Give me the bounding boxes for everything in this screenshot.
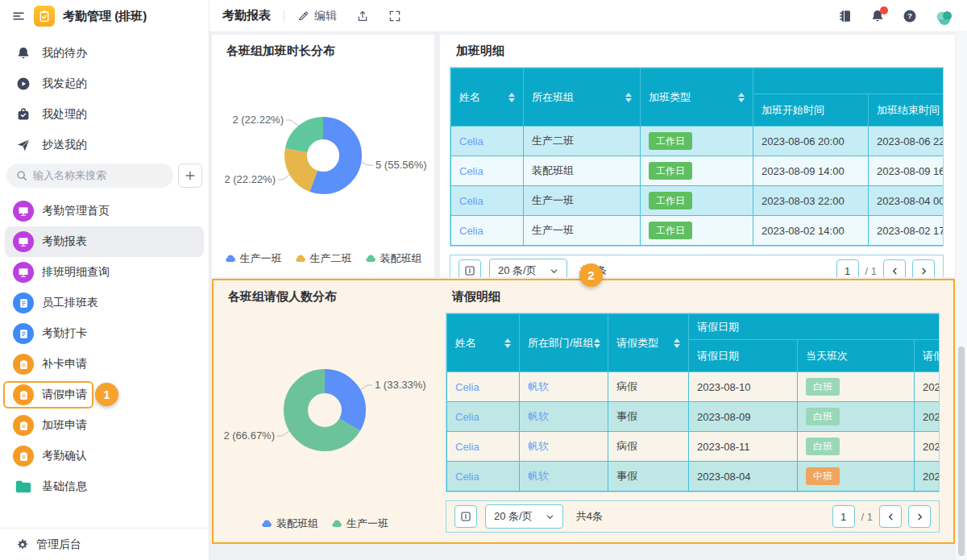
- sidebar-item-my-todo[interactable]: 我的待办: [0, 38, 209, 68]
- leave-donut-chart[interactable]: 1 (33.33%) 2 (66.67%): [214, 305, 436, 516]
- column-header-start-time[interactable]: 加班开始时间: [753, 94, 869, 127]
- collapse-menu-icon[interactable]: [11, 9, 26, 23]
- employee-link[interactable]: Celia: [459, 195, 484, 207]
- column-header-leave-date[interactable]: 请假日期: [689, 340, 798, 372]
- prev-page-button[interactable]: [883, 259, 906, 277]
- next-page-button[interactable]: [908, 505, 931, 528]
- cell-end-time: 2023-08-09 16:: [869, 156, 944, 186]
- sidebar-item-shift-detail-query[interactable]: 排班明细查询: [0, 257, 209, 288]
- search-placeholder: 输入名称来搜索: [33, 168, 106, 183]
- dept-link[interactable]: 帆软: [528, 380, 549, 392]
- document-icon: [13, 323, 34, 344]
- legend-label: 生产二班: [310, 251, 352, 266]
- cell-leave-date: 2023-08-04: [689, 462, 798, 492]
- current-page-input[interactable]: 1: [832, 505, 855, 528]
- cell-start-time: 2023-08-06 20:00: [753, 127, 869, 156]
- avatar[interactable]: [935, 6, 954, 26]
- employee-link[interactable]: Celia: [455, 471, 479, 483]
- fullscreen-button[interactable]: [388, 10, 401, 23]
- sort-icon[interactable]: [504, 338, 511, 348]
- scrollbar-thumb[interactable]: [958, 346, 965, 556]
- employee-link[interactable]: Celia: [459, 165, 484, 177]
- legend-item[interactable]: 生产一班: [331, 516, 388, 531]
- column-header-leave-type[interactable]: 请假类型: [608, 314, 689, 372]
- dept-link[interactable]: 帆软: [528, 470, 549, 482]
- cell-clipped: 202: [915, 372, 940, 402]
- cell-start-time: 2023-08-09 14:00: [753, 156, 869, 186]
- sidebar-item-my-handled[interactable]: 我处理的: [0, 99, 209, 130]
- legend-item[interactable]: 装配班组: [261, 516, 318, 531]
- employee-link[interactable]: Celia: [459, 225, 484, 237]
- chevron-down-icon: [546, 512, 554, 521]
- overtime-type-badge: 工作日: [649, 222, 692, 239]
- sort-icon[interactable]: [508, 93, 515, 102]
- notifications-button[interactable]: [870, 9, 885, 23]
- page-size-value: 20 条/页: [494, 509, 533, 524]
- clipboard-icon: [13, 354, 34, 375]
- overtime-chart-card: 各班组加班时长分布 5 (55.56%) 2 (22.22%) 2 (22.22…: [212, 35, 434, 277]
- column-header-name[interactable]: 姓名: [451, 68, 524, 127]
- plus-icon: [185, 170, 196, 181]
- prev-page-button[interactable]: [879, 505, 902, 528]
- overtime-table-wrapper: 姓名 所在班组 加班类型 加班开始时间 加班结束时间: [450, 67, 944, 247]
- table-row: Celia 生产二班 工作日 2023-08-06 20:00 2023-08-…: [451, 127, 944, 156]
- current-page-input[interactable]: 1: [836, 259, 859, 277]
- sidebar-item-leave-apply[interactable]: 请假申请 1: [3, 381, 93, 409]
- column-header-group[interactable]: 所在班组: [524, 68, 641, 127]
- admin-backend-button[interactable]: 管理后台: [0, 528, 209, 560]
- column-header-end-time[interactable]: 加班结束时间: [869, 94, 944, 127]
- sidebar-item-label: 我处理的: [42, 107, 87, 122]
- sidebar-item-attendance-clock-in[interactable]: 考勤打卡: [0, 318, 209, 349]
- search-input[interactable]: 输入名称来搜索: [6, 164, 173, 188]
- sidebar-item-attendance-confirm[interactable]: 考勤确认: [0, 441, 209, 471]
- clipboard-icon: [13, 415, 34, 436]
- employee-link[interactable]: Celia: [455, 381, 479, 393]
- employee-link[interactable]: Celia: [459, 135, 484, 147]
- sort-icon[interactable]: [625, 93, 632, 102]
- overtime-section: 各班组加班时长分布 5 (55.56%) 2 (22.22%) 2 (22.22…: [212, 35, 955, 277]
- overtime-donut-chart[interactable]: 5 (55.56%) 2 (22.22%) 2 (22.22%): [212, 59, 434, 251]
- legend-item[interactable]: 装配班组: [365, 251, 422, 266]
- sidebar-item-overtime-apply[interactable]: 加班申请: [0, 410, 209, 441]
- page-size-select[interactable]: 20 条/页: [489, 259, 567, 277]
- sidebar-item-employee-shift-table[interactable]: 员工排班表: [0, 288, 209, 318]
- export-button[interactable]: [356, 10, 369, 23]
- dashboard-content: 各班组加班时长分布 5 (55.56%) 2 (22.22%) 2 (22.22…: [210, 32, 967, 560]
- employee-link[interactable]: Celia: [455, 411, 479, 423]
- sidebar-item-cc-to-me[interactable]: 抄送我的: [0, 130, 209, 160]
- scrollbar-track[interactable]: [956, 32, 967, 560]
- column-settings-button[interactable]: [454, 505, 477, 528]
- legend-item[interactable]: 生产一班: [225, 251, 282, 266]
- column-header-name[interactable]: 姓名: [447, 314, 520, 372]
- sidebar-item-attendance-report[interactable]: 考勤报表: [5, 226, 204, 257]
- sort-icon[interactable]: [674, 338, 680, 348]
- dept-link[interactable]: 帆软: [528, 440, 549, 452]
- overtime-type-badge: 工作日: [649, 162, 692, 180]
- play-circle-icon: [16, 77, 31, 91]
- sidebar-item-my-initiated[interactable]: 我发起的: [0, 68, 209, 99]
- overtime-type-badge: 工作日: [649, 192, 692, 209]
- bell-icon: [16, 46, 31, 60]
- sidebar-item-basic-info[interactable]: 基础信息: [0, 471, 209, 502]
- sidebar-item-label: 请假申请: [42, 388, 87, 402]
- clipboard-icon: [13, 384, 34, 405]
- dept-link[interactable]: 帆软: [528, 410, 549, 422]
- help-button[interactable]: ?: [903, 9, 917, 23]
- column-header-type[interactable]: 加班类型: [641, 68, 753, 127]
- page-size-select[interactable]: 20 条/页: [485, 504, 563, 529]
- add-button[interactable]: [178, 164, 202, 188]
- sort-icon[interactable]: [738, 93, 745, 102]
- column-header-clipped[interactable]: 请假: [915, 340, 940, 372]
- column-settings-button[interactable]: [459, 259, 481, 277]
- notebook-button[interactable]: [838, 9, 853, 23]
- next-page-button[interactable]: [912, 259, 935, 277]
- sort-icon[interactable]: [594, 338, 600, 348]
- leave-chart-panel: 各班组请假人数分布 1 (33.33%) 2 (66.67%) 装配班组: [214, 280, 436, 542]
- edit-button[interactable]: 编辑: [297, 9, 337, 23]
- column-header-dept[interactable]: 所在部门/班组: [520, 314, 608, 372]
- sidebar-item-attendance-home[interactable]: 考勤管理首页: [0, 196, 209, 226]
- legend-item[interactable]: 生产二班: [295, 251, 352, 266]
- employee-link[interactable]: Celia: [455, 441, 479, 453]
- column-header-shift[interactable]: 当天班次: [798, 340, 915, 372]
- sidebar-item-reissue-card-apply[interactable]: 补卡申请: [0, 349, 209, 380]
